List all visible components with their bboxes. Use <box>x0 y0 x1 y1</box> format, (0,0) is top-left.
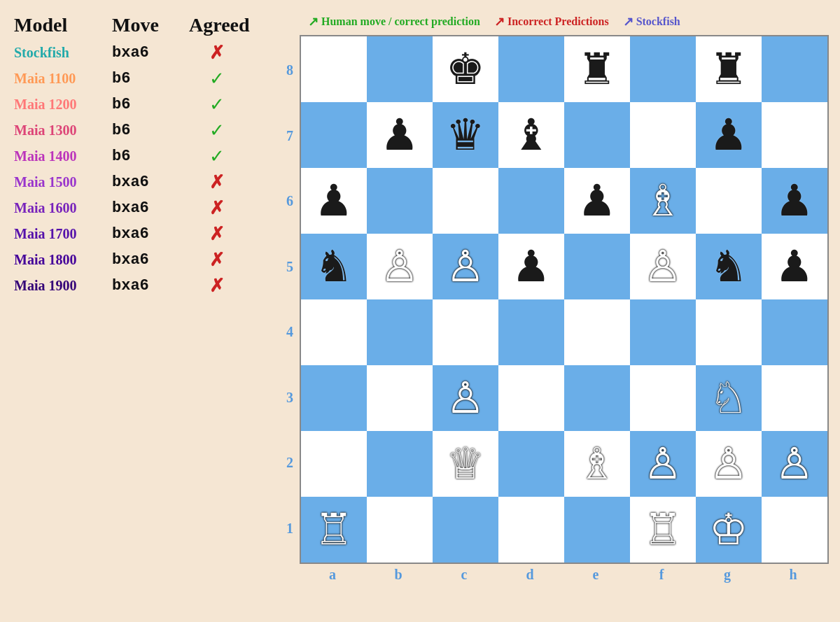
piece-white-♙: ♙ <box>446 376 485 420</box>
square-e2[interactable]: ♗ <box>564 431 630 497</box>
square-e5[interactable] <box>564 234 630 299</box>
square-h2[interactable]: ♙ <box>762 431 827 497</box>
cell-model-name: Maia 1800 <box>14 252 112 268</box>
square-e7[interactable] <box>564 102 630 168</box>
square-a7[interactable] <box>301 102 367 168</box>
square-a6[interactable]: ♟ <box>301 168 367 234</box>
square-g5[interactable]: ♞ <box>696 234 762 299</box>
square-h7[interactable] <box>762 102 827 168</box>
square-e8[interactable]: ♜ <box>564 36 630 102</box>
square-h6[interactable]: ♟ <box>762 168 827 234</box>
square-f3[interactable] <box>630 365 696 431</box>
square-f1[interactable]: ♖ <box>630 497 696 563</box>
square-c1[interactable] <box>433 497 498 563</box>
square-b5[interactable]: ♙ <box>367 234 433 299</box>
square-h8[interactable] <box>762 36 827 102</box>
piece-white-♗: ♗ <box>643 179 682 222</box>
rank-label: 4 <box>280 299 300 365</box>
square-g4[interactable] <box>696 299 762 365</box>
rank-label: 8 <box>280 38 300 104</box>
cell-move-value: bxa6 <box>112 174 189 191</box>
rank-label: 3 <box>280 365 300 431</box>
square-c3[interactable]: ♙ <box>433 365 498 431</box>
square-f8[interactable] <box>630 36 696 102</box>
square-g7[interactable]: ♟ <box>696 102 762 168</box>
square-a3[interactable] <box>301 365 367 431</box>
left-panel: Model Move Agreed Stockfishbxa6✗Maia 110… <box>14 14 266 583</box>
rank-label: 6 <box>280 169 300 234</box>
piece-white-♘: ♘ <box>709 376 748 420</box>
file-labels: abcdefgh <box>300 564 829 583</box>
square-d2[interactable] <box>498 431 564 497</box>
square-h1[interactable] <box>762 497 827 563</box>
piece-black-♟: ♟ <box>578 179 617 222</box>
square-b1[interactable] <box>367 497 433 563</box>
cell-agreed-value: ✗ <box>189 249 245 271</box>
cell-move-value: bxa6 <box>112 225 189 243</box>
header-move: Move <box>112 14 189 36</box>
square-c2[interactable]: ♕ <box>433 431 498 497</box>
square-c4[interactable] <box>433 299 498 365</box>
square-b4[interactable] <box>367 299 433 365</box>
piece-white-♗: ♗ <box>578 442 617 486</box>
square-b2[interactable] <box>367 431 433 497</box>
piece-black-♞: ♞ <box>314 245 354 288</box>
square-h3[interactable] <box>762 365 827 431</box>
square-a5[interactable]: ♞ <box>301 234 367 299</box>
square-d7[interactable]: ♝ <box>498 102 564 168</box>
cell-move-value: bxa6 <box>112 199 189 217</box>
legend-incorrect: ↗ Incorrect Predictions <box>494 14 609 29</box>
table-row: Maia 1400b6✓ <box>14 146 266 167</box>
piece-white-♖: ♖ <box>643 508 682 551</box>
square-e6[interactable]: ♟ <box>564 168 630 234</box>
table-row: Maia 1700bxa6✗ <box>14 223 266 245</box>
square-g8[interactable]: ♜ <box>696 36 762 102</box>
legend-human: ↗ Human move / correct prediction <box>308 14 480 29</box>
square-d1[interactable] <box>498 497 564 563</box>
square-c5[interactable]: ♙ <box>433 234 498 299</box>
square-a2[interactable] <box>301 431 367 497</box>
square-g3[interactable]: ♘ <box>696 365 762 431</box>
square-e4[interactable] <box>564 299 630 365</box>
square-d4[interactable] <box>498 299 564 365</box>
square-c7[interactable]: ♛ <box>433 102 498 168</box>
square-e3[interactable] <box>564 365 630 431</box>
square-g1[interactable]: ♔ <box>696 497 762 563</box>
legend-stockfish-label: Stockfish <box>636 15 680 28</box>
square-d6[interactable] <box>498 168 564 234</box>
table-row: Maia 1100b6✓ <box>14 68 266 90</box>
square-d5[interactable]: ♟ <box>498 234 564 299</box>
square-d3[interactable] <box>498 365 564 431</box>
square-a8[interactable] <box>301 36 367 102</box>
piece-white-♖: ♖ <box>314 508 354 551</box>
square-c8[interactable]: ♚ <box>433 36 498 102</box>
square-b3[interactable] <box>367 365 433 431</box>
square-f4[interactable] <box>630 299 696 365</box>
square-b6[interactable] <box>367 168 433 234</box>
square-e1[interactable] <box>564 497 630 563</box>
right-panel: ↗ Human move / correct prediction ↗ Inco… <box>280 14 829 583</box>
piece-black-♟: ♟ <box>775 179 814 222</box>
square-b7[interactable]: ♟ <box>367 102 433 168</box>
square-h5[interactable]: ♟ <box>762 234 827 299</box>
square-b8[interactable] <box>367 36 433 102</box>
cell-agreed-value: ✓ <box>189 68 245 90</box>
square-f7[interactable] <box>630 102 696 168</box>
square-g2[interactable]: ♙ <box>696 431 762 497</box>
square-f5[interactable]: ♙ <box>630 234 696 299</box>
square-f2[interactable]: ♙ <box>630 431 696 497</box>
rank-label: 1 <box>280 496 300 562</box>
piece-white-♙: ♙ <box>446 245 485 288</box>
square-h4[interactable] <box>762 299 827 365</box>
square-a4[interactable] <box>301 299 367 365</box>
square-g6[interactable] <box>696 168 762 234</box>
square-a1[interactable]: ♖ <box>301 497 367 563</box>
file-label: h <box>760 564 826 583</box>
piece-white-♙: ♙ <box>775 442 814 486</box>
cell-model-name: Maia 1200 <box>14 97 112 113</box>
square-f6[interactable]: ♗ <box>630 168 696 234</box>
square-d8[interactable] <box>498 36 564 102</box>
file-label: b <box>365 564 431 583</box>
square-c6[interactable] <box>433 168 498 234</box>
file-label: e <box>563 564 629 583</box>
